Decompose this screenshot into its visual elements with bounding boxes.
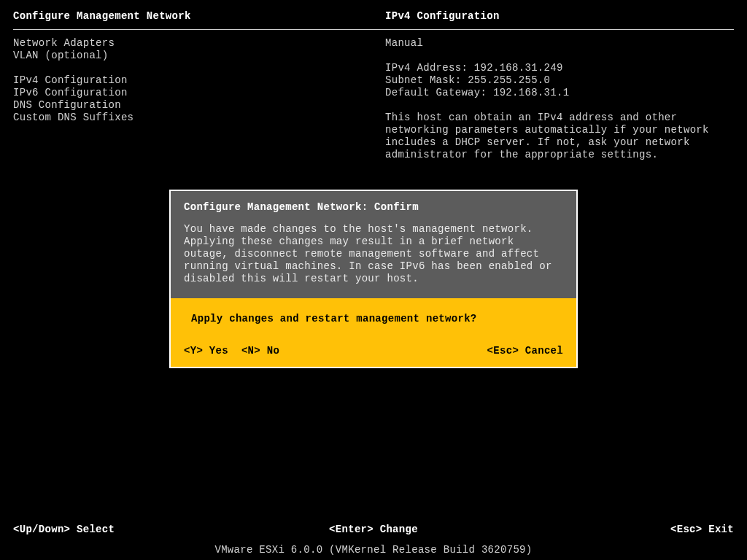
dialog-title: Configure Management Network: Confirm bbox=[184, 201, 563, 213]
hint-updown: <Up/Down> Select bbox=[13, 524, 115, 535]
product-version: VMware ESXi 6.0.0 (VMKernel Release Buil… bbox=[0, 544, 747, 556]
footer-hints: <Up/Down> Select <Enter> Change <Esc> Ex… bbox=[13, 524, 734, 535]
esxi-dcui-screen: Configure Management Network IPv4 Config… bbox=[0, 0, 747, 560]
subnet-mask-row: Subnet Mask: 255.255.255.0 bbox=[385, 74, 735, 87]
ipv4-address-row: IPv4 Address: 192.168.31.249 bbox=[385, 62, 735, 74]
gateway-label: Default Gateway: bbox=[385, 87, 487, 98]
dialog-prompt: Apply changes and restart management net… bbox=[184, 313, 563, 324]
dialog-buttons: <Y> Yes <N> No <Esc> Cancel bbox=[184, 345, 563, 357]
gateway-row: Default Gateway: 192.168.31.1 bbox=[385, 87, 735, 99]
dialog-top: Configure Management Network: Confirm Yo… bbox=[171, 191, 576, 298]
detail-spacer bbox=[385, 99, 735, 112]
page-title-left: Configure Management Network bbox=[13, 10, 191, 22]
gateway-value: 192.168.31.1 bbox=[493, 87, 569, 98]
detail-spacer bbox=[385, 50, 735, 62]
menu-item[interactable]: IPv6 Configuration bbox=[13, 87, 349, 99]
cancel-button[interactable]: <Esc> Cancel bbox=[487, 345, 563, 357]
no-button[interactable]: <N> No bbox=[241, 345, 279, 357]
dialog-bottom: Apply changes and restart management net… bbox=[171, 298, 576, 367]
menu-column: Network Adapters VLAN (optional) IPv4 Co… bbox=[13, 37, 349, 124]
menu-item[interactable]: IPv4 Configuration bbox=[13, 74, 349, 87]
confirm-dialog: Configure Management Network: Confirm Yo… bbox=[169, 190, 578, 368]
ipv4-address-label: IPv4 Address: bbox=[385, 62, 468, 74]
menu-spacer bbox=[13, 62, 349, 74]
hint-esc: <Esc> Exit bbox=[670, 524, 734, 535]
subnet-mask-label: Subnet Mask: bbox=[385, 74, 461, 86]
page-title-right: IPv4 Configuration bbox=[385, 10, 500, 22]
ipv4-address-value: 192.168.31.249 bbox=[474, 62, 563, 74]
detail-column: Manual IPv4 Address: 192.168.31.249 Subn… bbox=[385, 37, 735, 161]
header-row: Configure Management Network IPv4 Config… bbox=[13, 10, 734, 26]
dialog-message: You have made changes to the host's mana… bbox=[184, 223, 563, 285]
hint-enter: <Enter> Change bbox=[329, 524, 418, 535]
header-divider bbox=[13, 29, 734, 30]
subnet-mask-value: 255.255.255.0 bbox=[468, 74, 550, 86]
yes-button[interactable]: <Y> Yes bbox=[184, 345, 228, 357]
ipv4-mode: Manual bbox=[385, 37, 735, 50]
menu-item[interactable]: DNS Configuration bbox=[13, 99, 349, 112]
menu-item[interactable]: VLAN (optional) bbox=[13, 50, 349, 62]
help-text: This host can obtain an IPv4 address and… bbox=[385, 112, 735, 161]
menu-item[interactable]: Network Adapters bbox=[13, 37, 349, 50]
menu-item[interactable]: Custom DNS Suffixes bbox=[13, 112, 349, 124]
